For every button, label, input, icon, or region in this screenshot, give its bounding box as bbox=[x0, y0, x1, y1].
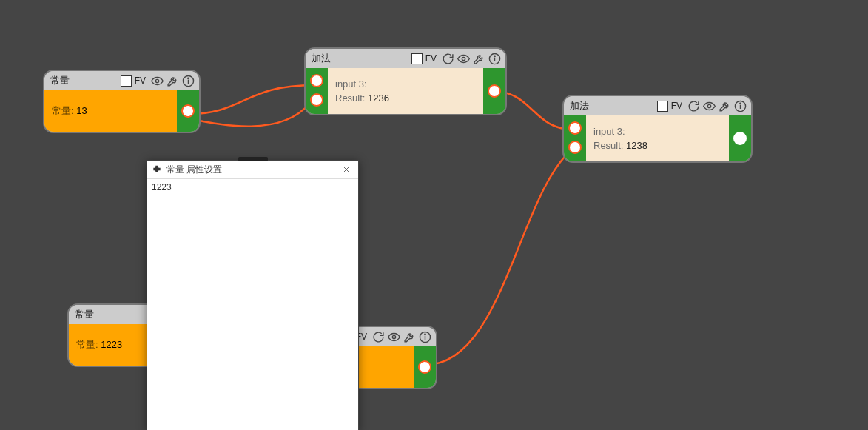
node-header[interactable]: 加法 FV bbox=[306, 49, 505, 68]
refresh-icon[interactable] bbox=[442, 53, 454, 65]
refresh-icon[interactable] bbox=[372, 331, 385, 343]
wrench-icon[interactable] bbox=[403, 331, 416, 343]
eye-icon[interactable] bbox=[703, 100, 716, 112]
output-port[interactable] bbox=[733, 132, 747, 145]
wrench-icon[interactable] bbox=[166, 75, 179, 87]
field-value: 1238 bbox=[626, 140, 647, 151]
fv-label: FV bbox=[425, 53, 437, 64]
svg-point-11 bbox=[740, 103, 741, 104]
dialog-titlebar[interactable]: 常量 属性设置 bbox=[147, 161, 358, 179]
node-body: input 3: Result: 1238 bbox=[586, 115, 729, 161]
info-icon[interactable] bbox=[734, 100, 747, 112]
dialog-title: 常量 属性设置 bbox=[166, 164, 334, 176]
dialog-content: 1223 bbox=[152, 182, 172, 192]
input-strip bbox=[306, 68, 328, 114]
info-icon[interactable] bbox=[419, 331, 431, 343]
field-value: 13 bbox=[76, 105, 87, 116]
field-label: Result: bbox=[593, 140, 623, 151]
output-port[interactable] bbox=[418, 360, 431, 374]
output-port[interactable] bbox=[181, 104, 195, 118]
refresh-icon[interactable] bbox=[687, 100, 700, 112]
output-strip bbox=[729, 115, 751, 161]
field-label: input 3: bbox=[335, 78, 367, 90]
input-port-2[interactable] bbox=[310, 93, 323, 107]
output-strip bbox=[483, 68, 505, 114]
eye-icon[interactable] bbox=[151, 75, 164, 87]
wrench-icon[interactable] bbox=[473, 53, 485, 65]
fv-label: FV bbox=[135, 75, 146, 86]
fv-checkbox[interactable] bbox=[657, 101, 668, 112]
input-port-1[interactable] bbox=[568, 121, 582, 135]
svg-point-12 bbox=[392, 335, 395, 338]
dialog-grip[interactable] bbox=[238, 157, 268, 161]
dialog-body[interactable]: 1223 bbox=[147, 179, 358, 195]
node-title: 加法 bbox=[312, 52, 331, 65]
svg-point-0 bbox=[155, 79, 158, 82]
puzzle-icon bbox=[152, 164, 162, 175]
field-label: Result: bbox=[335, 93, 365, 104]
field-value: 1223 bbox=[101, 339, 122, 350]
field-value: 1236 bbox=[368, 93, 389, 104]
eye-icon[interactable] bbox=[388, 331, 400, 343]
node-title: 加法 bbox=[570, 99, 589, 112]
node-const-1[interactable]: 常量 FV 常量: 13 bbox=[43, 70, 201, 133]
node-body: 常量: 13 bbox=[44, 90, 177, 132]
field-label: input 3: bbox=[593, 126, 625, 137]
input-strip bbox=[564, 115, 586, 161]
wrench-icon[interactable] bbox=[719, 100, 731, 112]
close-icon[interactable] bbox=[339, 162, 354, 177]
svg-point-7 bbox=[494, 56, 495, 56]
field-label: 常量: bbox=[76, 339, 98, 350]
node-title: 常量 bbox=[75, 308, 94, 321]
info-icon[interactable] bbox=[182, 75, 195, 87]
svg-point-3 bbox=[188, 78, 189, 78]
svg-point-8 bbox=[707, 104, 710, 107]
output-strip bbox=[177, 90, 199, 132]
eye-icon[interactable] bbox=[457, 53, 470, 65]
node-add-2[interactable]: 加法 FV input 3: bbox=[562, 95, 753, 163]
input-port-2[interactable] bbox=[568, 141, 582, 154]
fv-checkbox[interactable] bbox=[121, 75, 132, 87]
output-port[interactable] bbox=[488, 84, 501, 98]
node-title: 常量 bbox=[50, 74, 70, 87]
fv-checkbox[interactable] bbox=[411, 53, 423, 64]
node-body: input 3: Result: 1236 bbox=[328, 68, 483, 114]
node-editor-canvas[interactable]: 常量 FV 常量: 13 bbox=[0, 0, 868, 430]
svg-point-15 bbox=[425, 334, 425, 335]
fv-label: FV bbox=[671, 101, 682, 111]
info-icon[interactable] bbox=[488, 53, 501, 65]
output-strip bbox=[414, 346, 436, 388]
input-port-1[interactable] bbox=[310, 74, 323, 87]
node-add-1[interactable]: 加法 FV input 3: bbox=[304, 47, 507, 115]
node-header[interactable]: 加法 FV bbox=[564, 96, 751, 115]
node-header[interactable]: 常量 FV bbox=[44, 71, 199, 90]
svg-point-4 bbox=[462, 57, 465, 60]
field-label: 常量: bbox=[52, 105, 74, 116]
properties-dialog[interactable]: 常量 属性设置 1223 bbox=[147, 160, 359, 430]
